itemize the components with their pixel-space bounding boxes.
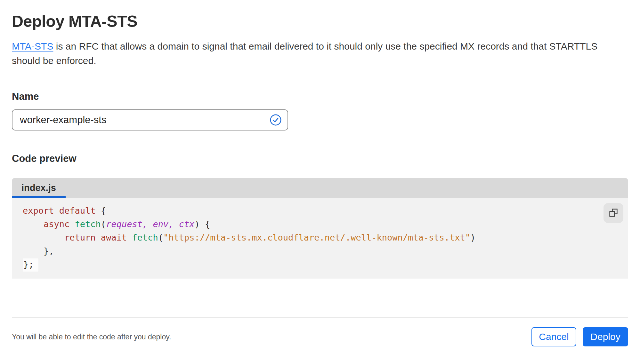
footer: You will be able to edit the code after … — [12, 327, 628, 346]
copy-code-button[interactable] — [604, 203, 623, 223]
code-content: export default { async fetch(request, en… — [12, 198, 628, 271]
code-editor[interactable]: export default { async fetch(request, en… — [12, 198, 628, 279]
deploy-mta-sts-page: Deploy MTA-STS MTA-STS is an RFC that al… — [0, 12, 640, 346]
footer-actions: Cancel Deploy — [531, 327, 628, 346]
cancel-button[interactable]: Cancel — [531, 327, 576, 346]
page-description: MTA-STS is an RFC that allows a domain t… — [12, 39, 620, 68]
code-tab-bar: index.js — [12, 178, 628, 198]
name-input[interactable] — [12, 109, 288, 131]
tab-index-js[interactable]: index.js — [12, 178, 66, 198]
page-description-text: is an RFC that allows a domain to signal… — [12, 41, 597, 66]
tab-label: index.js — [21, 183, 56, 193]
code-preview-label: Code preview — [12, 153, 628, 164]
page-title: Deploy MTA-STS — [12, 12, 628, 31]
footer-divider — [12, 317, 628, 318]
code-line: }; — [23, 258, 628, 271]
check-circle-icon — [270, 114, 282, 126]
code-line: export default { — [23, 204, 628, 218]
deploy-button[interactable]: Deploy — [583, 327, 628, 346]
code-line: return await fetch("https://mta-sts.mx.c… — [23, 231, 628, 244]
name-label: Name — [12, 91, 628, 102]
name-input-wrap — [12, 109, 288, 131]
code-line: async fetch(request, env, ctx) { — [23, 218, 628, 231]
footer-note: You will be able to edit the code after … — [12, 333, 171, 341]
copy-icon — [608, 207, 619, 219]
mta-sts-link[interactable]: MTA-STS — [12, 41, 53, 51]
code-line: }, — [23, 244, 628, 258]
